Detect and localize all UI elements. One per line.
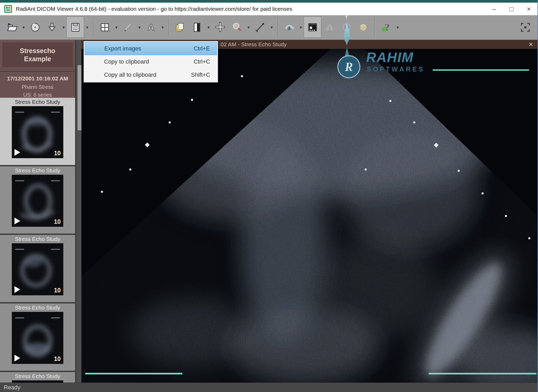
study-datetime: 17/12/2001 10:16:02 AM	[0, 75, 75, 82]
window-controls: – □ ×	[485, 3, 537, 15]
scrollbar-thumb[interactable]	[77, 65, 81, 130]
text-annotation-button[interactable]: A	[143, 17, 159, 38]
series-label: Stress Echo Study	[0, 372, 75, 380]
menu-item-export-images[interactable]: Export images Ctrl+E	[85, 42, 217, 55]
zoom-tool-button[interactable]	[229, 17, 245, 38]
open-cd-button[interactable]	[27, 17, 44, 38]
viewport-title: :02 AM - Stress Echo Study	[219, 41, 287, 48]
minimize-button[interactable]: –	[485, 3, 503, 15]
download-arrow-icon	[46, 21, 58, 33]
download-dropdown[interactable]: ▾	[60, 17, 67, 38]
frame-count: 10	[54, 355, 61, 363]
download-study-button[interactable]	[44, 17, 60, 38]
pen-icon	[122, 21, 134, 33]
open-folder-button[interactable]	[4, 17, 20, 38]
lungs-icon	[324, 21, 336, 33]
help-question-icon: ?	[380, 21, 392, 33]
play-icon[interactable]	[14, 286, 20, 293]
annotation-pen-button[interactable]	[120, 17, 136, 38]
frame-count: 10	[54, 218, 61, 225]
series-label: Stress Echo Study	[0, 235, 75, 243]
browse-series-button[interactable]	[172, 17, 189, 38]
magnifier-icon	[231, 21, 243, 33]
layout-dropdown[interactable]: ▾	[113, 17, 120, 38]
export-save-dropdown[interactable]: ▾	[84, 17, 90, 38]
export-save-button[interactable]	[67, 17, 84, 38]
help-dropdown[interactable]: ▾	[395, 17, 401, 38]
menu-item-copy-all-to-clipboard[interactable]: Copy all to clipboard Shift+C	[85, 68, 217, 81]
series-thumb-image: 10	[12, 106, 63, 158]
maximize-button[interactable]: □	[503, 3, 520, 15]
status-bar: Ready	[0, 383, 537, 392]
play-icon[interactable]	[14, 218, 20, 224]
series-label: Stress Echo Study	[0, 98, 75, 106]
title-bar: RadiAnt DICOM Viewer 4.6.8 (64-bit) - ev…	[0, 3, 537, 15]
patient-name: Stressecho Example	[2, 43, 73, 67]
text-annotation-dropdown[interactable]: ▾	[159, 17, 166, 38]
series-thumb-image: 10	[12, 312, 63, 364]
svg-text:?: ?	[385, 22, 390, 33]
window-top-border	[0, 0, 537, 3]
menu-item-copy-to-clipboard[interactable]: Copy to clipboard Ctrl+C	[85, 55, 217, 68]
window-level-button[interactable]	[189, 17, 205, 38]
close-button[interactable]: ×	[520, 3, 537, 15]
sidebar-scrollbar[interactable]	[75, 40, 81, 383]
viewport-close-icon[interactable]: ×	[527, 40, 535, 49]
series-thumbnail-4[interactable]: Stress Echo Study 10	[0, 303, 75, 372]
series-thumbnail-1[interactable]: Stress Echo Study 10	[0, 98, 75, 166]
toolbar-separator	[168, 18, 169, 37]
ultrasound-image[interactable]	[81, 49, 538, 383]
cine-player-button[interactable]	[304, 17, 321, 38]
status-text: Ready	[4, 384, 20, 391]
play-icon[interactable]	[14, 355, 20, 362]
study-info: 17/12/2001 10:16:02 AM Pharm Stress US: …	[0, 71, 75, 98]
menu-item-label: Export images	[104, 45, 141, 52]
series-thumbnail-5[interactable]: Stress Echo Study	[0, 372, 75, 383]
series-layout-button[interactable]	[96, 17, 113, 38]
sphere-tool-button[interactable]	[355, 17, 372, 38]
export-dropdown-menu: Export images Ctrl+E Copy to clipboard C…	[84, 41, 218, 82]
series-summary: US: 6 series	[0, 92, 75, 98]
stack-icon	[174, 21, 186, 33]
series-label: Stress Echo Study	[0, 166, 75, 174]
radiant-dicom-viewer-window: RadiAnt DICOM Viewer 4.6.8 (64-bit) - ev…	[0, 0, 538, 392]
menu-item-shortcut: Ctrl+E	[194, 45, 210, 52]
series-thumb-image: 10	[12, 243, 63, 295]
series-thumbnail-2[interactable]: Stress Echo Study 10	[0, 166, 75, 235]
series-thumb-image	[12, 380, 63, 383]
annotation-dropdown[interactable]: ▾	[136, 17, 143, 38]
menu-item-label: Copy all to clipboard	[104, 71, 156, 78]
rotate-icon	[283, 21, 295, 33]
play-icon[interactable]	[14, 149, 20, 156]
cd-icon	[29, 21, 41, 33]
series-label: Stress Echo Study	[0, 303, 75, 311]
measure-tool-button[interactable]	[252, 17, 268, 38]
menu-item-shortcut: Shift+C	[191, 71, 210, 78]
measure-line-icon	[254, 21, 266, 33]
pan-cross-icon	[214, 21, 226, 33]
toolbar-separator	[277, 18, 278, 37]
frame-count: 10	[54, 287, 61, 294]
svg-text:A: A	[148, 22, 154, 32]
open-folder-icon	[6, 21, 18, 33]
rotate-dropdown[interactable]: ▾	[298, 17, 304, 38]
3d-icon: 3D	[340, 21, 353, 33]
zoom-dropdown[interactable]: ▾	[245, 17, 252, 38]
pan-tool-button[interactable]	[212, 17, 229, 38]
rotate-tool-button[interactable]	[281, 17, 298, 38]
sphere-icon	[357, 21, 369, 33]
thumbnail-list: Stress Echo Study 10	[0, 98, 75, 383]
brightness-contrast-icon	[191, 21, 203, 33]
app-logo-icon	[4, 5, 12, 13]
lungs-tool-button[interactable]	[321, 17, 338, 38]
image-viewport: :02 AM - Stress Echo Study ×	[81, 40, 538, 383]
3d-tool-button[interactable]: 3D	[338, 17, 355, 38]
window-level-dropdown[interactable]: ▾	[205, 17, 212, 38]
open-folder-dropdown[interactable]: ▾	[20, 17, 27, 38]
fullscreen-button[interactable]	[517, 17, 534, 38]
window-title: RadiAnt DICOM Viewer 4.6.8 (64-bit) - ev…	[16, 6, 292, 12]
series-thumbnail-3[interactable]: Stress Echo Study 10	[0, 235, 75, 303]
measure-dropdown[interactable]: ▾	[268, 17, 275, 38]
help-button[interactable]: ?	[378, 17, 395, 38]
cine-film-icon	[307, 21, 319, 33]
